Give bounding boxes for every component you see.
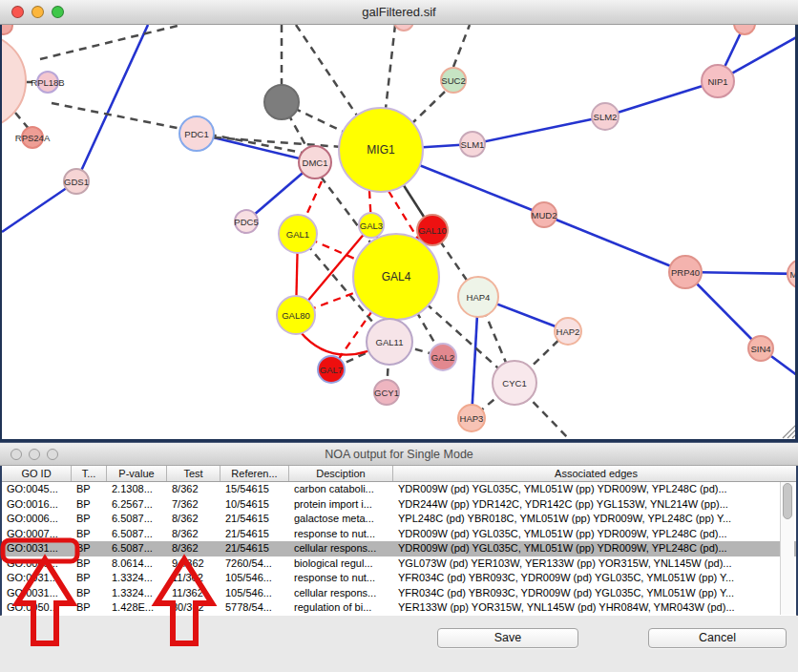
vertical-scrollbar[interactable] bbox=[780, 482, 794, 615]
node-label: GAL11 bbox=[376, 337, 404, 347]
table-cell: GO:0006... bbox=[2, 512, 72, 527]
button-bar: Save Cancel bbox=[0, 617, 798, 672]
scrollbar-thumb[interactable] bbox=[783, 483, 792, 519]
table-cell: response to nut... bbox=[289, 527, 393, 542]
graph-node[interactable] bbox=[2, 33, 26, 129]
table-row[interactable]: GO:0007...BP6.5087...8/36221/54615respon… bbox=[2, 527, 796, 542]
graph-edge[interactable] bbox=[605, 81, 718, 116]
table-cell: YFR034C (pd) YBR093C, YDR009W (pd) YGL03… bbox=[393, 571, 798, 586]
save-button[interactable]: Save bbox=[437, 628, 578, 648]
graph-edge[interactable] bbox=[412, 92, 445, 123]
table-row[interactable]: GO:0065...BP8.0614...94/3627260/54...bio… bbox=[2, 556, 796, 572]
table-header-row[interactable]: GO IDT...P-valueTestReferen...Desciption… bbox=[2, 466, 796, 482]
table-row[interactable]: GO:0006...BP6.5087...8/36221/54615galact… bbox=[2, 512, 796, 527]
table-cell: galactose meta... bbox=[289, 512, 393, 527]
table-cell: GO:0065... bbox=[2, 556, 72, 572]
graph-node[interactable] bbox=[734, 25, 755, 34]
column-header-referen[interactable]: Referen... bbox=[220, 466, 289, 481]
table-cell: cellular respons... bbox=[289, 541, 393, 556]
table-row[interactable]: GO:0045...BP2.1308...8/36215/54615carbon… bbox=[2, 482, 796, 497]
table-cell: cellular respons... bbox=[289, 586, 393, 601]
table-row[interactable]: GO:0050...BP1.428E...80/3625778/54...reg… bbox=[2, 600, 796, 616]
column-header-pvalue[interactable]: P-value bbox=[107, 466, 167, 481]
table-cell: YPL248C (pd) YBR018C, YML051W (pp) YDR00… bbox=[393, 512, 798, 527]
network-window-title: galFiltered.sif bbox=[0, 0, 798, 25]
graph-edge[interactable] bbox=[40, 25, 181, 59]
graph-edge[interactable] bbox=[472, 116, 605, 144]
table-cell: 1.428E... bbox=[107, 600, 167, 616]
network-window-titlebar[interactable]: galFiltered.sif bbox=[0, 0, 798, 25]
node-label: GAL4 bbox=[382, 270, 411, 284]
table-cell: GO:0031... bbox=[2, 571, 72, 586]
table-cell: GO:0031... bbox=[2, 541, 72, 556]
table-row[interactable]: GO:0031...BP1.3324...11/362105/546...cel… bbox=[2, 586, 796, 601]
table-cell: 1.3324... bbox=[107, 571, 167, 586]
network-window: RPL18BRPS24AGDS1PDC1MIG1DMC1SUC2SLM1SLM2… bbox=[0, 0, 798, 442]
table-cell: 1.3324... bbox=[107, 586, 167, 601]
table-body: GO:0045...BP2.1308...8/36215/54615carbon… bbox=[2, 482, 796, 616]
column-header-test[interactable]: Test bbox=[167, 466, 220, 481]
node-label: PRP40 bbox=[671, 267, 700, 278]
column-header-associatededges[interactable]: Associated edges bbox=[393, 466, 798, 481]
table-cell: GO:0050... bbox=[2, 600, 72, 616]
table-cell: 6.2567... bbox=[107, 497, 167, 513]
column-header-goid[interactable]: GO ID bbox=[2, 466, 72, 481]
column-header-t[interactable]: T... bbox=[72, 466, 107, 481]
table-cell: BP bbox=[72, 527, 107, 542]
node-label: GCY1 bbox=[374, 388, 399, 398]
node-label: SLM2 bbox=[594, 112, 618, 122]
graph-edge[interactable] bbox=[544, 215, 685, 272]
table-cell: 8.0614... bbox=[107, 556, 167, 572]
graph-edge[interactable] bbox=[2, 25, 148, 232]
noa-output-window: NOA output for Single Mode GO IDT...P-va… bbox=[0, 442, 798, 672]
table-cell: GO:0007... bbox=[2, 527, 72, 542]
table-cell: biological regul... bbox=[289, 556, 393, 572]
table-cell: BP bbox=[72, 571, 107, 586]
node-label: CYC1 bbox=[502, 378, 526, 388]
graph-edge[interactable] bbox=[792, 433, 795, 438]
graph-node[interactable] bbox=[264, 85, 299, 119]
table-cell: BP bbox=[72, 497, 107, 513]
graph-edge[interactable] bbox=[296, 25, 357, 116]
network-canvas[interactable]: RPL18BRPS24AGDS1PDC1MIG1DMC1SUC2SLM1SLM2… bbox=[2, 25, 795, 439]
table-cell: 5778/54... bbox=[220, 600, 289, 616]
table-cell: 11/362 bbox=[167, 586, 220, 601]
graph-node[interactable] bbox=[2, 25, 12, 34]
graph-node[interactable] bbox=[394, 25, 413, 31]
table-cell: 21/54615 bbox=[220, 512, 289, 527]
table-cell: YDR009W (pd) YGL035C, YML051W (pp) YDR00… bbox=[393, 527, 798, 542]
node-label: MSL1 bbox=[790, 269, 795, 280]
node-label: NIP1 bbox=[707, 76, 727, 87]
node-label: MUD2 bbox=[532, 210, 557, 220]
table-cell: GO:0016... bbox=[2, 497, 72, 513]
noa-window-titlebar[interactable]: NOA output for Single Mode bbox=[0, 442, 798, 466]
table-cell: BP bbox=[72, 541, 107, 556]
column-header-desciption[interactable]: Desciption bbox=[289, 466, 393, 481]
table-cell: protein import i... bbox=[289, 497, 393, 513]
table-cell: 21/54615 bbox=[220, 527, 289, 542]
node-label: RPL18B bbox=[31, 77, 64, 88]
table-cell: 2.1308... bbox=[107, 482, 167, 497]
table-row[interactable]: GO:0016...BP6.2567...7/36210/54615protei… bbox=[2, 497, 796, 513]
node-label: SUC2 bbox=[441, 75, 465, 86]
cancel-button[interactable]: Cancel bbox=[648, 628, 787, 648]
table-row-selected[interactable]: GO:0031...BP6.5087...8/36221/54615cellul… bbox=[2, 541, 796, 556]
node-label: GAL2 bbox=[431, 352, 454, 363]
graph-edge[interactable] bbox=[453, 25, 470, 67]
node-label: HAP2 bbox=[556, 326, 580, 337]
table-row[interactable]: GO:0031...BP1.3324...11/362105/546...res… bbox=[2, 571, 796, 586]
table-cell: 8/362 bbox=[167, 541, 220, 556]
table-cell: GO:0045... bbox=[2, 482, 72, 497]
table-cell: YGL073W (pd) YER103W, YER133W (pp) YOR31… bbox=[393, 556, 798, 572]
node-label: GDS1 bbox=[64, 177, 89, 187]
node-label: MIG1 bbox=[367, 143, 395, 157]
table-cell: YFR034C (pd) YBR093C, YDR009W (pd) YGL03… bbox=[393, 586, 798, 601]
table-cell: GO:0031... bbox=[2, 586, 72, 601]
table-cell: YDR009W (pd) YGL035C, YML051W (pp) YDR00… bbox=[393, 541, 798, 556]
table-cell: BP bbox=[72, 512, 107, 527]
noa-window-title: NOA output for Single Mode bbox=[0, 443, 798, 466]
graph-edge[interactable] bbox=[386, 25, 395, 109]
node-label: GAL80 bbox=[282, 310, 310, 321]
node-label: GAL1 bbox=[286, 229, 309, 240]
table-cell: BP bbox=[72, 482, 107, 497]
